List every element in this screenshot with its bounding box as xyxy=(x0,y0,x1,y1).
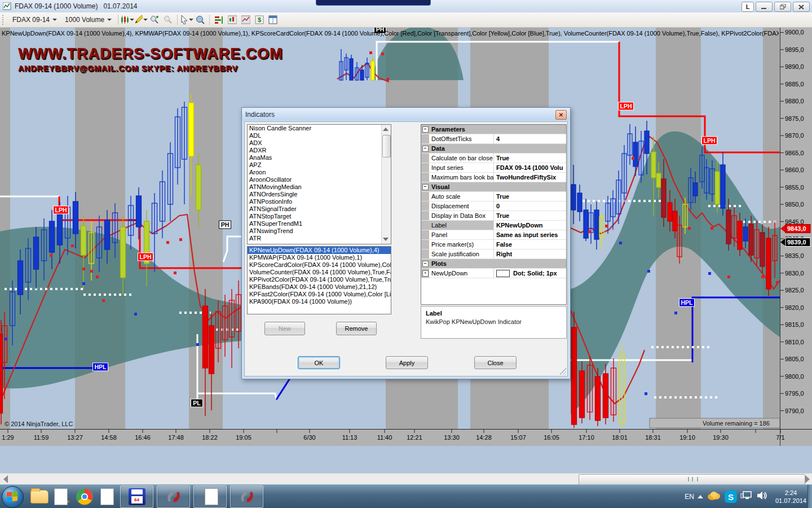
explorer-taskbar-icon[interactable] xyxy=(28,486,51,507)
show-desktop-button[interactable] xyxy=(807,485,812,508)
background-window-tab[interactable] xyxy=(316,0,431,6)
zoom-in-button[interactable] xyxy=(148,14,161,26)
property-row[interactable]: Maximum bars look baTwoHundredFiftySix xyxy=(421,173,566,182)
cursor-tool-button[interactable] xyxy=(180,14,193,26)
selected-indicator-item[interactable]: KPPivot2Color(FDAX 09-14 (1000 Volume),T… xyxy=(248,276,391,283)
account-button[interactable]: $ xyxy=(253,14,266,26)
property-value[interactable]: Same as input series xyxy=(494,230,566,239)
available-indicator-item[interactable]: ADL xyxy=(248,132,391,139)
ninjatrader-taskbar-button[interactable] xyxy=(157,485,190,508)
volume-tray-icon[interactable] xyxy=(756,491,769,503)
chrome-taskbar-icon[interactable] xyxy=(73,486,96,507)
property-value[interactable]: True xyxy=(494,154,566,163)
document-app-taskbar-button[interactable]: A xyxy=(193,485,227,508)
property-value[interactable]: True xyxy=(494,211,566,220)
new-button[interactable]: New xyxy=(264,322,305,335)
property-row[interactable]: Display in Data BoxTrue xyxy=(421,211,566,221)
indicators-dialog[interactable]: Indicators ✕ Nison Candle ScannerADLADXA… xyxy=(241,107,571,379)
dialog-close-button[interactable]: ✕ xyxy=(555,110,567,120)
available-indicator-item[interactable]: AroonOscillator xyxy=(248,176,391,183)
available-indicator-item[interactable]: ADXR xyxy=(248,147,391,154)
available-indicator-item[interactable]: APZ xyxy=(248,161,391,169)
chart-style-button[interactable] xyxy=(121,14,134,26)
available-indicators-list[interactable]: Nison Candle ScannerADLADXADXRAnaMasAPZA… xyxy=(247,124,391,244)
available-indicator-item[interactable]: Aroon xyxy=(248,169,391,176)
bars-panel-button[interactable] xyxy=(212,14,226,26)
property-row[interactable]: DotOffsetTicks4 xyxy=(421,134,566,144)
property-row[interactable]: Price marker(s)False xyxy=(421,240,566,249)
toolbar-grip[interactable] xyxy=(2,15,6,25)
selected-indicator-item[interactable]: KPEBands(FDAX 09-14 (1000 Volume),21,12) xyxy=(248,283,391,291)
available-indicator-item[interactable]: ATR xyxy=(248,235,391,242)
search-taskbar-icon[interactable] xyxy=(51,486,73,507)
remove-button[interactable]: Remove xyxy=(336,322,377,335)
scroll-up-arrow-icon[interactable] xyxy=(383,128,389,131)
available-indicator-item[interactable]: ATNStopTarget xyxy=(248,213,391,220)
scroll-left-arrow-icon[interactable] xyxy=(3,475,8,483)
close-button[interactable] xyxy=(793,2,810,12)
property-row[interactable]: Displacement0 xyxy=(421,202,566,211)
property-value[interactable]: Right xyxy=(494,249,566,259)
property-value[interactable]: KPNewUpDown xyxy=(494,221,566,230)
property-row[interactable]: PanelSame as input series xyxy=(421,230,566,240)
property-value[interactable]: 0 xyxy=(494,202,566,211)
minimize-button[interactable] xyxy=(756,2,773,12)
property-row[interactable]: Scale justificationRight xyxy=(421,249,566,259)
ninjatrader2-taskbar-button[interactable] xyxy=(230,485,263,508)
selected-indicator-item[interactable]: VolumeCounter(FDAX 09-14 (1000 Volume),T… xyxy=(248,269,391,276)
plot-color-swatch[interactable] xyxy=(496,270,510,277)
property-row[interactable]: Input seriesFDAX 09-14 (1000 Volu xyxy=(421,163,566,173)
layout-button[interactable]: L xyxy=(742,2,754,12)
selected-indicator-item[interactable]: KPA900(FDAX 09-14 (1000 Volume)) xyxy=(248,298,391,305)
available-indicator-item[interactable]: ATNOrdersSingle xyxy=(248,191,391,198)
restore-button[interactable] xyxy=(774,2,791,12)
instrument-dropdown[interactable]: FDAX 09-14 xyxy=(8,14,61,25)
close-dialog-button[interactable]: Close xyxy=(474,356,517,369)
property-row[interactable]: +NewUpDownDot; Solid; 1px xyxy=(421,269,566,278)
property-value[interactable]: 4 xyxy=(494,134,566,143)
list-scrollbar[interactable] xyxy=(381,125,391,244)
selected-indicator-item[interactable]: KPFast2Color(FDAX 09-14 (1000 Volume),Co… xyxy=(248,291,391,298)
data-box-button[interactable] xyxy=(193,14,207,26)
apply-button[interactable]: Apply xyxy=(386,356,428,369)
trading-app-taskbar-button[interactable] xyxy=(120,485,153,508)
zoom-out-button[interactable] xyxy=(161,14,175,26)
selected-indicators-list[interactable]: KPNewUpDown(FDAX 09-14 (1000 Volume),4)K… xyxy=(247,246,391,314)
weather-tray-icon[interactable] xyxy=(707,490,721,503)
property-value[interactable]: TwoHundredFiftySix xyxy=(494,173,566,182)
selected-indicator-item[interactable]: KPMWAP(FDAX 09-14 (1000 Volume),1) xyxy=(248,254,391,261)
ok-button[interactable]: OK xyxy=(298,356,340,369)
property-value[interactable]: True xyxy=(494,192,566,201)
property-section-header[interactable]: −Data xyxy=(421,144,566,154)
indicator-properties-grid[interactable]: −ParametersDotOffsetTicks4−DataCalculate… xyxy=(421,124,567,305)
start-button[interactable] xyxy=(2,486,24,508)
collapse-section-icon[interactable]: − xyxy=(422,146,429,152)
expand-row-icon[interactable]: + xyxy=(422,270,429,277)
property-section-header[interactable]: −Parameters xyxy=(421,125,566,134)
notepad-taskbar-icon[interactable] xyxy=(96,486,118,507)
available-indicator-item[interactable]: ATNSignalTrader xyxy=(248,205,391,213)
property-value[interactable]: FDAX 09-14 (1000 Volu xyxy=(494,163,566,172)
property-section-header[interactable]: −Plots xyxy=(421,259,566,269)
tray-expand-icon[interactable] xyxy=(698,495,703,498)
scrollbar-thumb[interactable] xyxy=(579,474,805,485)
available-indicator-item[interactable]: Nison Candle Scanner xyxy=(248,125,391,132)
scroll-down-arrow-icon[interactable] xyxy=(383,238,389,241)
available-indicator-item[interactable]: ADX xyxy=(248,139,391,147)
available-indicator-item[interactable]: AnaMas xyxy=(248,154,391,161)
draw-tool-button[interactable] xyxy=(134,14,148,26)
scroll-right-arrow-icon[interactable] xyxy=(805,475,810,483)
language-indicator[interactable]: EN xyxy=(685,493,694,501)
dialog-resize-grip[interactable] xyxy=(559,368,566,375)
collapse-section-icon[interactable]: − xyxy=(422,126,429,133)
property-row[interactable]: LabelKPNewUpDown xyxy=(421,221,566,230)
properties-panel-button[interactable] xyxy=(266,14,280,26)
property-value[interactable]: False xyxy=(494,240,566,249)
available-indicator-item[interactable]: ATNswingTrend xyxy=(248,227,391,235)
clock[interactable]: 2:24 01.07.2014 xyxy=(775,489,806,505)
line-chart-button[interactable] xyxy=(239,14,253,26)
available-indicator-item[interactable]: ATNPostionInfo xyxy=(248,198,391,205)
collapse-section-icon[interactable]: − xyxy=(422,184,429,190)
interval-dropdown[interactable]: 1000 Volume xyxy=(61,14,116,25)
selected-indicator-item[interactable]: KPScoreCardColor(FDAX 09-14 (1000 Volume… xyxy=(248,261,391,269)
